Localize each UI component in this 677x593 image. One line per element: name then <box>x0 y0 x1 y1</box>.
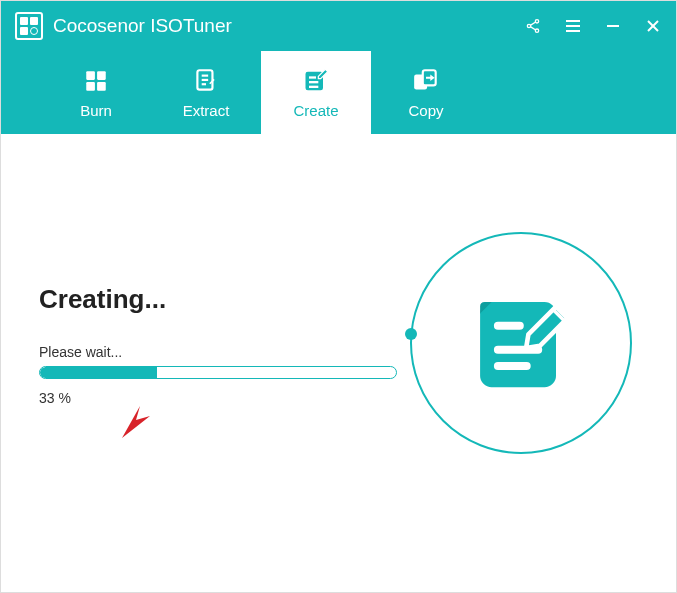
progress-percent: 33 % <box>39 390 71 406</box>
close-button[interactable] <box>644 17 662 35</box>
annotation-arrow-icon <box>116 402 152 446</box>
tab-copy[interactable]: Copy <box>371 51 481 134</box>
svg-rect-14 <box>97 82 106 91</box>
progress-bar <box>39 366 397 379</box>
svg-rect-28 <box>493 321 523 329</box>
create-feature-icon <box>412 234 630 452</box>
window-controls <box>524 17 662 35</box>
tab-label: Copy <box>408 102 443 119</box>
create-icon <box>302 66 330 96</box>
main-content: Creating... Please wait... 33 % <box>1 134 676 592</box>
svg-line-3 <box>530 22 535 25</box>
tab-create[interactable]: Create <box>261 51 371 134</box>
tab-label: Burn <box>80 102 112 119</box>
tab-burn[interactable]: Burn <box>41 51 151 134</box>
svg-rect-27 <box>493 361 530 369</box>
svg-rect-11 <box>86 71 95 80</box>
tab-bar: Burn Extract Create <box>1 51 676 134</box>
extract-icon <box>193 66 219 96</box>
title-bar: Cocosenor ISOTuner <box>1 1 676 51</box>
menu-icon[interactable] <box>564 17 582 35</box>
copy-icon <box>412 66 440 96</box>
svg-rect-12 <box>97 71 106 80</box>
tab-label: Extract <box>183 102 230 119</box>
status-heading: Creating... <box>39 284 166 315</box>
svg-rect-13 <box>86 82 95 91</box>
feature-circle <box>410 232 632 454</box>
tab-extract[interactable]: Extract <box>151 51 261 134</box>
svg-line-4 <box>530 27 535 30</box>
minimize-button[interactable] <box>604 17 622 35</box>
wait-text: Please wait... <box>39 344 122 360</box>
app-title: Cocosenor ISOTuner <box>53 15 524 37</box>
tab-label: Create <box>293 102 338 119</box>
burn-icon <box>83 66 109 96</box>
progress-fill <box>40 367 157 378</box>
share-icon[interactable] <box>524 17 542 35</box>
app-logo-icon <box>15 12 43 40</box>
